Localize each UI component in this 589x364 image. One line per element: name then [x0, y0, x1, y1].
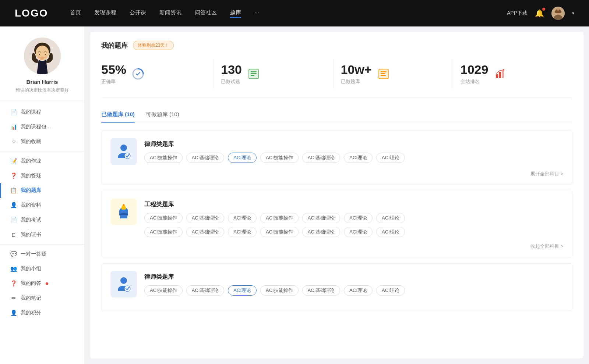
tag-2-11[interactable]: ACI技能操作	[260, 227, 299, 237]
tag-2-14[interactable]: ACI理论	[376, 227, 405, 237]
stat-accuracy: 55% 正确率	[101, 59, 214, 89]
favorites-icon: ☆	[10, 138, 17, 145]
sidebar-label-favorites: 我的收藏	[21, 138, 41, 145]
tag-1-4[interactable]: ACI技能操作	[260, 153, 299, 163]
group-icon: 👥	[10, 265, 17, 272]
stats-row: 55% 正确率 130 已做试题	[101, 59, 572, 98]
profile-motto: 错误的决定比没有决定要好	[16, 87, 69, 93]
tag-3-4[interactable]: ACI技能操作	[260, 285, 299, 296]
sidebar-item-certificate[interactable]: 🗒 我的证书	[0, 227, 84, 242]
qbank-info-1: 律师类题库 ACI技能操作 ACI基础理论 ACI理论 ACI技能操作 ACI基…	[144, 138, 405, 163]
notification-bell[interactable]: 🔔	[535, 9, 544, 18]
nav-news[interactable]: 新闻资讯	[159, 9, 181, 18]
tag-1-6[interactable]: ACI理论	[344, 153, 373, 163]
stat-rank-text: 1029 全站排名	[461, 63, 489, 85]
app-download-button[interactable]: APP下载	[507, 10, 528, 17]
qbank-icon-lawyer-1	[110, 138, 137, 165]
accuracy-number: 55%	[101, 63, 126, 77]
notification-badge	[542, 8, 545, 11]
tag-3-5[interactable]: ACI基础理论	[302, 285, 341, 296]
sidebar-item-favorites[interactable]: ☆ 我的收藏	[0, 134, 84, 149]
tab-available-banks[interactable]: 可做题库 (10)	[146, 108, 179, 123]
tag-3-6[interactable]: ACI理论	[344, 285, 373, 296]
accuracy-label: 正确率	[101, 78, 126, 85]
tag-2-5[interactable]: ACI基础理论	[302, 213, 341, 223]
sidebar-item-homework[interactable]: 📝 我的作业	[0, 154, 84, 168]
sidebar-item-my-course[interactable]: 📄 我的课程	[0, 105, 84, 119]
nav-qa[interactable]: 问答社区	[195, 9, 217, 18]
profile-avatar	[24, 38, 61, 74]
tags-row-2a: ACI技能操作 ACI基础理论 ACI理论 ACI技能操作 ACI基础理论 AC…	[144, 213, 563, 223]
tag-2-2[interactable]: ACI基础理论	[186, 213, 225, 223]
sidebar-label-points: 我的积分	[21, 310, 41, 316]
sidebar-label-profile: 我的资料	[21, 202, 41, 208]
done-banks-number: 10w+	[341, 63, 372, 77]
qbank-card-header-1: 律师类题库 ACI技能操作 ACI基础理论 ACI理论 ACI技能操作 ACI基…	[110, 138, 563, 165]
svg-point-32	[120, 144, 127, 151]
tag-2-10[interactable]: ACI理论	[228, 227, 257, 237]
qbank-card-engineering: 工程类题库 ACI技能操作 ACI基础理论 ACI理论 ACI技能操作 ACI基…	[101, 191, 572, 257]
tags-row-1: ACI技能操作 ACI基础理论 ACI理论 ACI技能操作 ACI基础理论 AC…	[144, 153, 405, 163]
tag-2-12[interactable]: ACI基础理论	[302, 227, 341, 237]
qbank-info-3: 律师类题库 ACI技能操作 ACI基础理论 ACI理论 ACI技能操作 ACI基…	[144, 271, 405, 296]
tag-2-6[interactable]: ACI理论	[344, 213, 373, 223]
tags-row-3: ACI技能操作 ACI基础理论 ACI理论 ACI技能操作 ACI基础理论 AC…	[144, 285, 405, 296]
nav-home[interactable]: 首页	[70, 9, 81, 18]
svg-rect-25	[381, 71, 387, 72]
user-avatar[interactable]	[551, 7, 565, 20]
sidebar-item-exam[interactable]: 📄 我的考试	[0, 213, 84, 227]
tag-3-2[interactable]: ACI基础理论	[186, 285, 225, 296]
sidebar-item-notes[interactable]: ✏ 我的笔记	[0, 291, 84, 306]
tag-1-5[interactable]: ACI基础理论	[302, 153, 341, 163]
notes-icon: ✏	[10, 295, 17, 301]
svg-rect-26	[381, 73, 385, 74]
qbank-icon-lawyer-2	[110, 271, 137, 297]
nav-qbank[interactable]: 题库	[230, 9, 241, 18]
tag-2-7[interactable]: ACI理论	[376, 213, 405, 223]
exam-icon: 📄	[10, 217, 17, 223]
tag-1-3[interactable]: ACI理论	[228, 153, 257, 163]
sidebar-item-course-package[interactable]: 📊 我的课程包...	[0, 119, 84, 134]
tag-1-7[interactable]: ACI理论	[376, 153, 405, 163]
sidebar-item-group[interactable]: 👥 我的小组	[0, 261, 84, 276]
nav-more[interactable]: ···	[254, 9, 259, 18]
tag-2-8[interactable]: ACI技能操作	[144, 227, 183, 237]
sidebar-item-qa[interactable]: ❓ 我的答疑	[0, 168, 84, 183]
tag-2-9[interactable]: ACI基础理论	[186, 227, 225, 237]
done-questions-number: 130	[221, 63, 242, 77]
qa-icon: ❓	[10, 172, 17, 179]
done-questions-label: 已做试题	[221, 78, 242, 85]
tag-3-3[interactable]: ACI理论	[228, 285, 257, 296]
svg-rect-6	[555, 11, 561, 13]
collapse-link-2[interactable]: 收起全部科目 >	[110, 243, 563, 250]
tag-3-7[interactable]: ACI理论	[376, 285, 405, 296]
page-header: 我的题库 体验剩余23天！	[101, 41, 572, 50]
sidebar-item-qbank[interactable]: 📋 我的题库	[0, 183, 84, 198]
tag-1-2[interactable]: ACI基础理论	[186, 153, 225, 163]
nav-discover[interactable]: 发现课程	[94, 9, 116, 18]
sidebar-item-questions[interactable]: ❓ 我的问答	[0, 276, 84, 291]
rank-icon	[493, 67, 507, 81]
qbank-info-2: 工程类题库 ACI技能操作 ACI基础理论 ACI理论 ACI技能操作 ACI基…	[144, 199, 563, 237]
tag-3-1[interactable]: ACI技能操作	[144, 285, 183, 296]
svg-rect-20	[251, 71, 257, 72]
page-title: 我的题库	[101, 41, 128, 50]
tag-2-3[interactable]: ACI理论	[228, 213, 257, 223]
tag-2-13[interactable]: ACI理论	[344, 227, 373, 237]
tag-2-4[interactable]: ACI技能操作	[260, 213, 299, 223]
sidebar-item-profile[interactable]: 👤 我的资料	[0, 198, 84, 213]
tags-row-2b: ACI技能操作 ACI基础理论 ACI理论 ACI技能操作 ACI基础理论 AC…	[144, 227, 563, 237]
user-dropdown-arrow[interactable]: ▾	[572, 11, 574, 16]
expand-link-1[interactable]: 展开全部科目 >	[110, 171, 563, 177]
nav-open-course[interactable]: 公开课	[130, 9, 146, 18]
tab-done-banks[interactable]: 已做题库 (10)	[101, 108, 135, 123]
tag-2-1[interactable]: ACI技能操作	[144, 213, 183, 223]
tag-1-1[interactable]: ACI技能操作	[144, 153, 183, 163]
stat-done-banks: 10w+ 已做题库	[334, 59, 453, 89]
svg-point-14	[45, 54, 46, 55]
main-content: 我的题库 体验剩余23天！ 55% 正确率	[90, 32, 583, 358]
sidebar-item-points[interactable]: 👤 我的积分	[0, 306, 84, 320]
stat-done-banks-text: 10w+ 已做题库	[341, 63, 372, 85]
sidebar-item-one-on-one[interactable]: 💬 一对一答疑	[0, 247, 84, 261]
stat-accuracy-value: 55% 正确率	[101, 63, 126, 85]
